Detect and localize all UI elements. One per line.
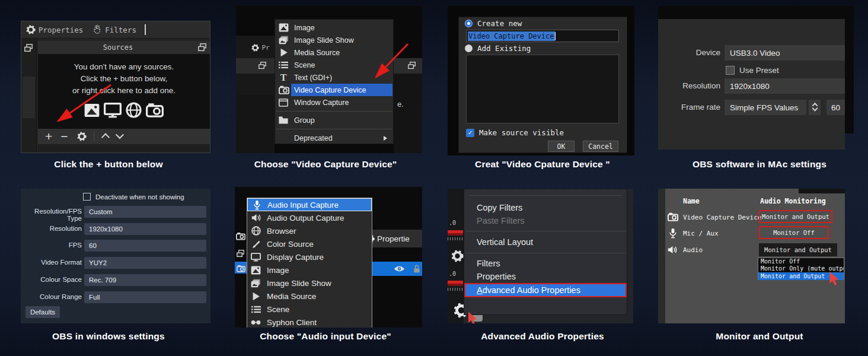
menu-item-image[interactable]: Image [275,21,393,34]
make-visible-row[interactable]: Make source visible [466,128,564,137]
tab-filters[interactable]: Filters [105,26,136,34]
create-new-row[interactable]: Create new [465,19,522,28]
monitoring-select[interactable]: Monitor Off [759,226,829,239]
ok-button[interactable]: OK [548,141,575,152]
add-source-button[interactable]: + [45,130,52,143]
speaker-icon [668,246,678,254]
move-up-button[interactable] [101,133,109,141]
menu-item-video-capture-device[interactable]: Video Capture Device [275,84,393,96]
menu-item-window-capture[interactable]: Window Capture [275,96,393,109]
gear-icon [26,25,36,34]
menu-item-filters[interactable]: Filters [464,257,627,270]
framerate-select[interactable]: Simple FPS Values [725,100,806,115]
menu-item-deprecated[interactable]: Deprecated [275,132,393,144]
cascade-icon[interactable] [198,43,206,52]
colour-space-field[interactable]: Rec. 709 [84,274,206,286]
menu-item-copy-filters[interactable]: Copy Filters [464,201,627,214]
row-label: Video Format [21,259,82,266]
add-existing-radio[interactable] [465,44,473,52]
monitoring-select-open[interactable]: Monitor and Output [759,243,837,256]
device-select[interactable]: USB3.0 Video [725,45,845,61]
screenshot-backdrop: .0 .0 Copy Filters Paste Filters Vertica… [448,189,633,323]
menu-item-display-capture[interactable]: Display Capture [247,250,372,263]
monitoring-select[interactable]: Monitor and Output [759,210,832,223]
camera-icon [237,265,245,272]
menu-item-scene[interactable]: Scene [247,303,372,316]
menu-item-advanced-audio-properties[interactable]: Advanced Audio Properties [464,283,627,297]
cascade-icon [259,62,266,69]
image-icon [251,266,261,275]
tab-properties[interactable]: Properties [39,26,83,34]
create-new-label: Create new [477,19,522,28]
deactivate-checkbox[interactable] [83,193,91,201]
framerate-stepper[interactable] [809,100,821,115]
step4-cell: Device USB3.0 Video Use Preset Resolutio… [651,0,868,178]
cancel-button[interactable]: Cancel [583,141,618,152]
menu-item-browser[interactable]: Browser [247,224,372,237]
fps-field[interactable]: 60 [826,100,845,115]
use-preset-checkbox[interactable] [726,66,735,75]
resolution-field[interactable]: 1920x1080 [84,223,206,235]
cascade-icon [237,250,244,258]
menu-item-image-slide-show[interactable]: Image Slide Show [275,34,393,46]
menu-item-scene[interactable]: Scene [275,59,393,71]
add-existing-row[interactable]: Add Existing [465,44,531,53]
source-name-field[interactable]: Video Capture Device [466,30,619,42]
add-source-menu: Image Image Slide Show Media Source Scen… [275,19,394,144]
cascade-icon[interactable] [24,44,33,52]
menu-item-media-source[interactable]: Media Source [247,290,372,303]
remove-source-button[interactable]: − [60,130,68,143]
lock-icon[interactable] [413,265,420,273]
menu-item-properties[interactable]: Properties [464,270,627,283]
step5-caption: OBS in windows settings [0,331,217,342]
use-preset-row[interactable]: Use Preset [726,66,779,75]
dropdown-option-monitor-off[interactable]: Monitor Off [758,258,844,265]
deactivate-row[interactable]: Deactivate when not showing [83,193,184,201]
menu-item-syphon-client[interactable]: Syphon Client [247,316,372,328]
defaults-button[interactable]: Defaults [25,306,60,318]
source-properties-icon[interactable] [77,132,87,141]
mic-icon [253,200,261,210]
make-visible-label: Make source visible [479,128,564,137]
menu-item-text-gdi[interactable]: T Text (GDI+) [275,71,393,84]
globe-icon [126,102,142,118]
empty-line-2: Click the + button below, [38,73,210,85]
menu-item-image-slide-show[interactable]: Image Slide Show [247,276,372,290]
framerate-label: Frame rate [658,103,720,112]
panel-top-strip [799,189,845,193]
resolution-field[interactable]: 1920x1080 [725,78,845,94]
camera-icon [146,103,164,117]
menu-item-color-source[interactable]: Color Source [247,237,372,250]
resolution-fps-type-field[interactable]: Custom [84,206,206,218]
menu-item-image[interactable]: Image [247,263,372,276]
sources-header: Sources [38,41,210,54]
slideshow-icon [251,279,261,288]
eye-icon[interactable] [394,265,405,272]
windows-properties-panel: Deactivate when not showing Resolution/F… [21,189,210,323]
menu-item-group[interactable]: Group [275,114,393,126]
create-new-radio[interactable] [465,20,473,27]
window-bottom-strip [38,144,210,152]
menu-item-audio-input-capture[interactable]: Audio Input Capture [247,198,372,211]
sources-empty-panel[interactable]: You don't have any sources. Click the + … [38,54,210,129]
fps-field[interactable]: 60 [84,240,206,252]
filters-icon [92,25,102,34]
text-caret [555,32,556,40]
selected-source-row[interactable] [372,262,422,276]
cascade-icon [408,62,416,69]
colour-range-field[interactable]: Full [84,291,206,303]
move-down-button[interactable] [115,131,123,139]
slideshow-icon [279,36,289,44]
menu-separator [276,111,392,112]
video-format-field[interactable]: YUY2 [84,257,206,269]
menu-item-audio-output-capture[interactable]: Audio Output Capture [247,211,372,224]
gear-icon[interactable] [451,250,464,262]
menu-item-media-source[interactable]: Media Source [275,46,393,59]
existing-sources-listbox[interactable] [466,55,619,123]
menu-item-vertical-layout[interactable]: Vertical Layout [464,235,627,249]
make-visible-checkbox[interactable] [466,129,474,137]
mac-properties-panel: Device USB3.0 Video Use Preset Resolutio… [658,19,845,150]
menu-separator [469,195,622,196]
menu-separator [465,231,626,231]
toolbar-divider [94,132,94,141]
